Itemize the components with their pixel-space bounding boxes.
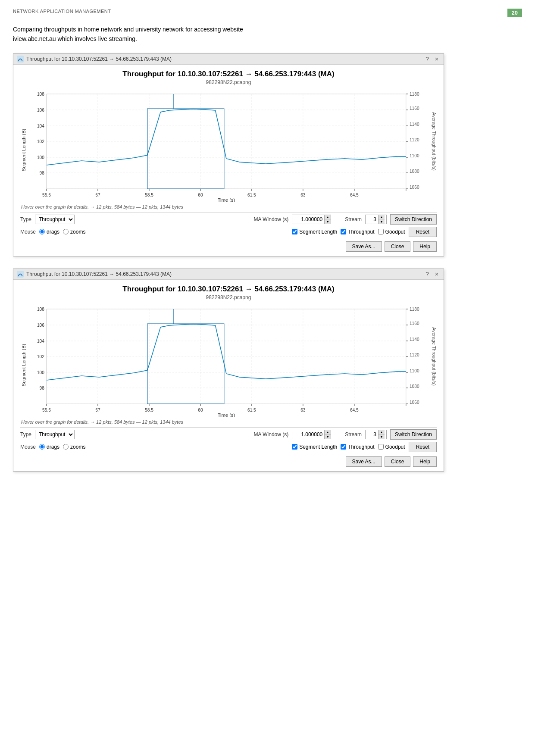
type-label-2: Type [20, 431, 31, 437]
chart-svg-1: 108 106 104 102 100 98 Segment Length (B… [20, 90, 437, 202]
dialog-footer-2: Save As... Close Help [20, 454, 437, 467]
chart-area-1[interactable]: 108 106 104 102 100 98 Segment Length (B… [20, 90, 437, 202]
close-btn-2[interactable]: Close [385, 456, 411, 467]
svg-text:1180: 1180 [410, 307, 419, 312]
goodput-check-1[interactable]: Goodput [378, 229, 405, 235]
ma-window-arrows-2[interactable]: ▲ ▼ [325, 430, 331, 439]
chart-title-2: Throughput for 10.10.30.107:52261 → 54.6… [20, 285, 437, 294]
throughput-input-1[interactable] [341, 229, 346, 234]
save-btn-1[interactable]: Save As... [346, 241, 382, 252]
goodput-input-1[interactable] [378, 229, 384, 234]
stream-arrows-1[interactable]: ▲ ▼ [379, 215, 385, 224]
ma-window-down-2[interactable]: ▼ [325, 434, 331, 439]
reset-btn-1[interactable]: Reset [409, 227, 437, 237]
throughput-check-1[interactable]: Throughput [341, 229, 374, 235]
page-number: 20 [507, 9, 522, 17]
help-btn-1[interactable]: Help [413, 241, 437, 252]
ma-window-input-1[interactable] [292, 215, 325, 224]
svg-text:1120: 1120 [410, 137, 419, 142]
goodput-label-1: Goodput [385, 229, 405, 235]
mouse-drags-input-2[interactable] [39, 444, 45, 450]
dialog-titlebar-1: Throughput for 10.10.30.107:52261 → 54.6… [13, 54, 444, 65]
help-btn-2[interactable]: Help [413, 456, 437, 467]
dialog-close-btn-1[interactable]: × [433, 56, 440, 62]
stream-label-1: Stream [345, 216, 362, 222]
ma-window-down-1[interactable]: ▼ [325, 219, 331, 224]
stream-spinner-2[interactable]: ▲ ▼ [365, 430, 387, 439]
stream-arrows-2[interactable]: ▲ ▼ [379, 430, 385, 439]
stream-down-1[interactable]: ▼ [379, 219, 385, 224]
throughput-input-2[interactable] [341, 444, 346, 450]
segment-length-check-2[interactable]: Segment Length [292, 444, 337, 450]
reset-btn-2[interactable]: Reset [409, 442, 437, 452]
dialog-help-btn-2[interactable]: ? [424, 271, 431, 277]
segment-length-input-1[interactable] [292, 229, 297, 234]
controls-row2-1: Mouse drags zooms Segment Length Through… [20, 227, 437, 237]
ma-window-up-1[interactable]: ▲ [325, 215, 331, 220]
ma-window-spinner-2[interactable]: ▲ ▼ [292, 430, 331, 439]
stream-down-2[interactable]: ▼ [379, 434, 385, 439]
ma-window-arrows-1[interactable]: ▲ ▼ [325, 215, 331, 224]
dialog-help-btn-1[interactable]: ? [424, 56, 431, 62]
segment-length-input-2[interactable] [292, 444, 297, 450]
stream-input-2[interactable] [366, 430, 379, 439]
mouse-label-1: Mouse [20, 229, 36, 235]
dialog-titlebar-left-2: Throughput for 10.10.30.107:52261 → 54.6… [17, 271, 172, 278]
svg-text:1100: 1100 [410, 369, 419, 373]
svg-text:57: 57 [95, 193, 100, 197]
type-select-1[interactable]: Throughput [35, 215, 75, 224]
svg-text:1080: 1080 [410, 169, 419, 174]
goodput-check-2[interactable]: Goodput [378, 444, 405, 450]
divider-2 [20, 427, 437, 428]
dialog-window-2: Throughput for 10.10.30.107:52261 → 54.6… [13, 269, 444, 472]
dialog-titlebar-right-2: ? × [424, 271, 440, 277]
stream-up-1[interactable]: ▲ [379, 215, 385, 220]
mouse-zooms-radio-2[interactable]: zooms [63, 444, 85, 450]
svg-text:60: 60 [198, 193, 203, 197]
svg-text:Time (s): Time (s) [218, 197, 235, 202]
mouse-zooms-input-1[interactable] [63, 229, 69, 234]
stream-input-1[interactable] [366, 215, 379, 224]
svg-text:63: 63 [300, 408, 306, 412]
stream-up-2[interactable]: ▲ [379, 430, 385, 435]
svg-text:64.5: 64.5 [350, 193, 359, 197]
svg-text:1060: 1060 [410, 185, 419, 190]
segment-length-check-1[interactable]: Segment Length [292, 229, 337, 235]
mouse-zooms-radio-1[interactable]: zooms [63, 229, 85, 235]
dialog-close-btn-2[interactable]: × [433, 271, 440, 277]
svg-text:61.5: 61.5 [247, 193, 256, 197]
svg-text:1120: 1120 [410, 353, 419, 357]
page-header: NETWORK APPLICATION MANAGEMENT 20 [13, 9, 522, 17]
type-select-2[interactable]: Throughput [35, 430, 75, 439]
goodput-input-2[interactable] [378, 444, 384, 450]
controls-row1-2: Type Throughput MA Window (s) ▲ ▼ Stream… [20, 429, 437, 440]
dialog-footer-1: Save As... Close Help [20, 239, 437, 252]
header-title: NETWORK APPLICATION MANAGEMENT [13, 9, 111, 14]
throughput-check-2[interactable]: Throughput [341, 444, 374, 450]
controls-row1-1: Type Throughput MA Window (s) ▲ ▼ Stream… [20, 214, 437, 225]
segment-length-label-1: Segment Length [299, 229, 337, 235]
mouse-zooms-input-2[interactable] [63, 444, 69, 450]
ma-window-up-2[interactable]: ▲ [325, 430, 331, 435]
intro-text: Comparing throughputs in home network an… [13, 25, 522, 44]
ma-window-input-2[interactable] [292, 430, 325, 439]
ma-window-spinner-1[interactable]: ▲ ▼ [292, 215, 331, 224]
switch-direction-btn-2[interactable]: Switch Direction [390, 429, 437, 440]
svg-text:Average Throughput (bits/s): Average Throughput (bits/s) [432, 112, 437, 171]
svg-text:61.5: 61.5 [247, 408, 256, 412]
controls-row2-2: Mouse drags zooms Segment Length Through… [20, 442, 437, 452]
chart-svg-2: 108 106 104 102 100 98 Segment Length (B… [20, 305, 437, 417]
chart-area-2[interactable]: 108 106 104 102 100 98 Segment Length (B… [20, 305, 437, 417]
svg-text:Time (s): Time (s) [218, 412, 235, 417]
dialog-body-1: Throughput for 10.10.30.107:52261 → 54.6… [13, 65, 444, 256]
save-btn-2[interactable]: Save As... [346, 456, 382, 467]
stream-spinner-1[interactable]: ▲ ▼ [365, 215, 387, 224]
mouse-drags-radio-1[interactable]: drags [39, 229, 59, 235]
svg-text:106: 106 [37, 323, 44, 328]
mouse-drags-input-1[interactable] [39, 229, 45, 234]
mouse-drags-radio-2[interactable]: drags [39, 444, 59, 450]
svg-text:102: 102 [37, 139, 44, 144]
close-btn-1[interactable]: Close [385, 241, 411, 252]
svg-text:Segment Length (B): Segment Length (B) [21, 129, 26, 171]
switch-direction-btn-1[interactable]: Switch Direction [390, 214, 437, 225]
